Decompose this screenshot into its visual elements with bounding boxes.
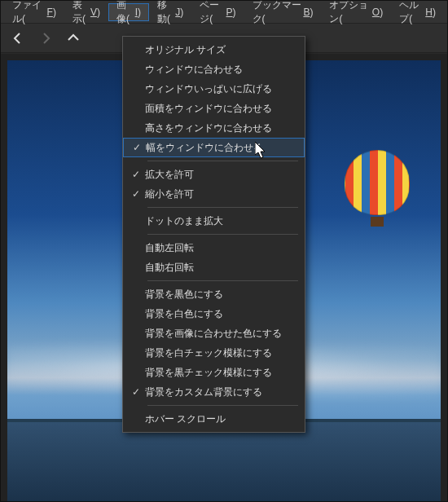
menu-item-label: ホバー スクロール — [145, 412, 226, 426]
menu-item-3[interactable]: 移動(J) — [149, 1, 191, 23]
menu-item-label: 背景を白色にする — [145, 307, 223, 321]
menu-item-1[interactable]: ウィンドウに合わせる — [123, 59, 305, 79]
menu-item-0[interactable]: ファイル(F) — [4, 1, 64, 23]
menu-separator — [147, 280, 298, 281]
menu-item-label: 高さをウィンドウに合わせる — [145, 121, 272, 135]
menu-item-label: 自動左回転 — [145, 241, 194, 255]
menu-separator — [147, 161, 298, 161]
menu-item-2[interactable]: ウィンドウいっぱいに広げる — [123, 79, 305, 99]
menu-item-label: 背景を黒チェック模様にする — [145, 366, 272, 380]
menu-item-label: 拡大を許可 — [145, 168, 194, 182]
image-menu-dropdown: オリジナル サイズウィンドウに合わせるウィンドウいっぱいに広げる面積をウィンドウ… — [122, 36, 305, 433]
menu-item-18[interactable]: 背景を白チェック模様にする — [123, 343, 305, 363]
menu-item-7[interactable]: ヘルプ(H) — [391, 1, 444, 23]
nav-up-button[interactable] — [63, 28, 84, 49]
menu-item-label: 幅をウィンドウに合わせる — [146, 141, 263, 155]
menu-item-label: 背景を白チェック模様にする — [145, 346, 272, 360]
menu-item-label: 背景をカスタム背景にする — [145, 385, 262, 399]
water-fg — [7, 422, 441, 501]
menu-item-label: 背景を画像に合わせた色にする — [145, 327, 282, 341]
menu-item-4[interactable]: ページ(P) — [191, 1, 244, 23]
menu-item-12[interactable]: 自動左回転 — [123, 238, 305, 258]
menu-item-label: ドットのまま拡大 — [145, 214, 223, 228]
menu-item-10[interactable]: ドットのまま拡大 — [123, 211, 305, 231]
menu-item-5[interactable]: ✓幅をウィンドウに合わせる — [123, 138, 305, 157]
menu-item-0[interactable]: オリジナル サイズ — [123, 40, 305, 59]
menu-item-17[interactable]: 背景を画像に合わせた色にする — [123, 324, 305, 343]
menu-item-label: 自動右回転 — [145, 261, 194, 275]
menu-item-8[interactable]: ✓縮小を許可 — [123, 184, 305, 204]
menu-item-label: 背景を黒色にする — [145, 288, 223, 302]
menu-separator — [147, 405, 298, 406]
menu-item-2[interactable]: 画像(I) — [108, 3, 149, 21]
menu-item-3[interactable]: 面積をウィンドウに合わせる — [123, 99, 305, 118]
menu-item-label: 面積をウィンドウに合わせる — [145, 102, 272, 116]
menu-item-7[interactable]: ✓拡大を許可 — [123, 165, 305, 184]
menu-item-20[interactable]: ✓背景をカスタム背景にする — [123, 382, 305, 402]
menu-item-label: 縮小を許可 — [145, 187, 194, 201]
menu-item-13[interactable]: 自動右回転 — [123, 258, 305, 277]
menu-item-4[interactable]: 高さをウィンドウに合わせる — [123, 118, 305, 138]
checkmark-icon: ✓ — [128, 142, 146, 153]
checkmark-icon: ✓ — [127, 188, 145, 200]
menu-item-label: ウィンドウいっぱいに広げる — [145, 82, 272, 96]
menubar: ファイル(F)表示(V)画像(I)移動(J)ページ(P)ブックマーク(B)オプシ… — [1, 1, 447, 24]
menu-item-label: オリジナル サイズ — [145, 43, 226, 57]
menu-item-1[interactable]: 表示(V) — [64, 1, 108, 23]
menu-item-6[interactable]: オプション(O) — [321, 1, 391, 23]
menu-separator — [147, 207, 298, 208]
menu-item-label: ウィンドウに合わせる — [145, 63, 243, 77]
menu-item-16[interactable]: 背景を白色にする — [123, 304, 305, 324]
nav-back-button[interactable] — [7, 28, 29, 49]
checkmark-icon: ✓ — [127, 169, 145, 180]
menu-item-5[interactable]: ブックマーク(B) — [244, 1, 322, 23]
menu-separator — [147, 234, 298, 235]
menu-item-15[interactable]: 背景を黒色にする — [123, 284, 305, 304]
nav-forward-button[interactable] — [35, 28, 56, 49]
menu-item-19[interactable]: 背景を黒チェック模様にする — [123, 363, 305, 382]
menu-item-22[interactable]: ホバー スクロール — [123, 409, 305, 429]
checkmark-icon: ✓ — [127, 386, 145, 398]
hot-air-balloon — [345, 150, 410, 227]
